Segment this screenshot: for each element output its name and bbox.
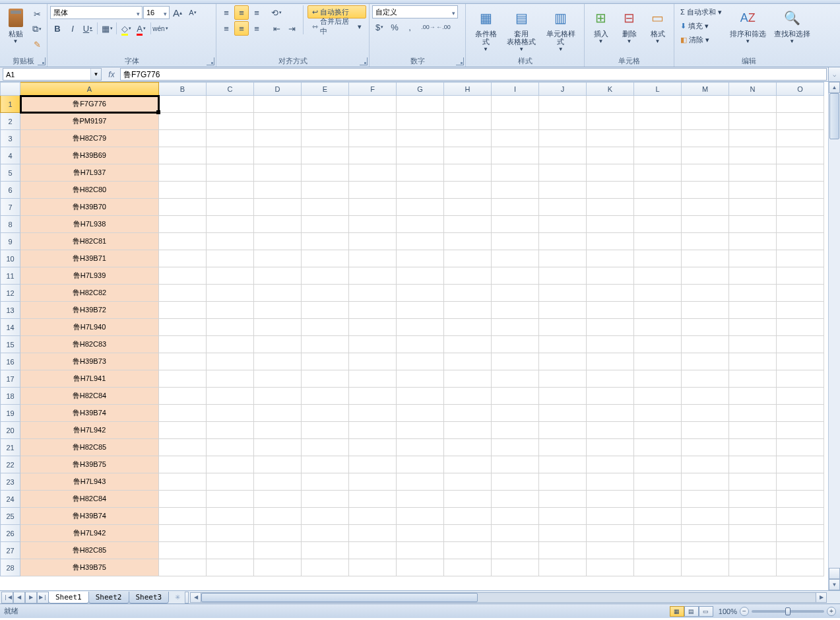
cell-M20[interactable] xyxy=(682,422,729,439)
cell-B13[interactable] xyxy=(159,302,207,319)
cell-H8[interactable] xyxy=(444,216,492,233)
cell-A16[interactable]: 鲁H39B73 xyxy=(20,353,159,370)
sheet-tab-sheet1[interactable]: Sheet1 xyxy=(48,592,89,603)
align-center-button[interactable]: ≡ xyxy=(234,21,249,36)
cell-K15[interactable] xyxy=(587,336,634,353)
cell-L23[interactable] xyxy=(634,473,682,491)
cell-D17[interactable] xyxy=(254,370,302,388)
cell-A5[interactable]: 鲁H7L937 xyxy=(20,164,159,182)
cell-K18[interactable] xyxy=(587,388,634,405)
cell-G16[interactable] xyxy=(397,353,444,370)
cell-L4[interactable] xyxy=(634,147,682,164)
cell-C28[interactable] xyxy=(207,559,254,576)
cell-O3[interactable] xyxy=(777,130,824,147)
cell-F28[interactable] xyxy=(349,559,397,576)
cell-I22[interactable] xyxy=(492,456,539,473)
row-header-27[interactable]: 27 xyxy=(1,542,20,559)
cell-A2[interactable]: 鲁PM9197 xyxy=(20,113,159,130)
row-header-14[interactable]: 14 xyxy=(1,319,20,336)
cell-B17[interactable] xyxy=(159,370,207,388)
cell-G3[interactable] xyxy=(397,130,444,147)
cell-L26[interactable] xyxy=(634,525,682,542)
sheet-tab-sheet3[interactable]: Sheet3 xyxy=(129,592,170,603)
cell-M28[interactable] xyxy=(682,559,729,576)
align-left-button[interactable]: ≡ xyxy=(219,21,234,36)
comma-button[interactable]: , xyxy=(403,20,417,34)
cell-B6[interactable] xyxy=(159,182,207,199)
cell-O21[interactable] xyxy=(777,439,824,456)
cell-H28[interactable] xyxy=(444,559,492,576)
cell-F8[interactable] xyxy=(349,216,397,233)
row-header-26[interactable]: 26 xyxy=(1,525,20,542)
cell-D27[interactable] xyxy=(254,542,302,559)
cell-N2[interactable] xyxy=(729,113,777,130)
cell-D3[interactable] xyxy=(254,130,302,147)
cell-E3[interactable] xyxy=(302,130,349,147)
column-header-C[interactable]: C xyxy=(207,83,254,96)
cell-C15[interactable] xyxy=(207,336,254,353)
cell-F10[interactable] xyxy=(349,250,397,267)
cell-D20[interactable] xyxy=(254,422,302,439)
clear-button[interactable]: ◧清除▾ xyxy=(677,33,725,46)
dialog-launcher-icon[interactable] xyxy=(360,57,368,65)
column-header-I[interactable]: I xyxy=(492,83,539,96)
cell-G4[interactable] xyxy=(397,147,444,164)
cell-D22[interactable] xyxy=(254,456,302,473)
cell-F3[interactable] xyxy=(349,130,397,147)
cell-M18[interactable] xyxy=(682,388,729,405)
page-layout-view-button[interactable]: ▤ xyxy=(684,606,699,617)
cell-H19[interactable] xyxy=(444,405,492,422)
cell-F12[interactable] xyxy=(349,285,397,302)
cell-E16[interactable] xyxy=(302,353,349,370)
cell-G17[interactable] xyxy=(397,370,444,388)
cell-A27[interactable]: 鲁H82C85 xyxy=(20,542,159,559)
cell-L15[interactable] xyxy=(634,336,682,353)
row-header-4[interactable]: 4 xyxy=(1,147,20,164)
cell-G9[interactable] xyxy=(397,233,444,250)
cell-C18[interactable] xyxy=(207,388,254,405)
cell-L7[interactable] xyxy=(634,199,682,216)
cell-G7[interactable] xyxy=(397,199,444,216)
cell-O13[interactable] xyxy=(777,302,824,319)
cell-M22[interactable] xyxy=(682,456,729,473)
cell-I18[interactable] xyxy=(492,388,539,405)
cell-L14[interactable] xyxy=(634,319,682,336)
row-header-1[interactable]: 1 xyxy=(1,96,20,113)
cell-K16[interactable] xyxy=(587,353,634,370)
row-header-25[interactable]: 25 xyxy=(1,508,20,525)
cell-J3[interactable] xyxy=(539,130,587,147)
cell-M13[interactable] xyxy=(682,302,729,319)
cell-C23[interactable] xyxy=(207,473,254,491)
cell-A6[interactable]: 鲁H82C80 xyxy=(20,182,159,199)
cell-D4[interactable] xyxy=(254,147,302,164)
cell-K23[interactable] xyxy=(587,473,634,491)
cell-J13[interactable] xyxy=(539,302,587,319)
cell-M1[interactable] xyxy=(682,96,729,113)
cell-N23[interactable] xyxy=(729,473,777,491)
cell-M6[interactable] xyxy=(682,182,729,199)
cell-O15[interactable] xyxy=(777,336,824,353)
scroll-right-button[interactable]: ▶ xyxy=(816,592,827,603)
cell-L1[interactable] xyxy=(634,96,682,113)
cell-N14[interactable] xyxy=(729,319,777,336)
cell-L19[interactable] xyxy=(634,405,682,422)
cell-K3[interactable] xyxy=(587,130,634,147)
cell-H9[interactable] xyxy=(444,233,492,250)
tab-prev-button[interactable]: ◀ xyxy=(13,592,25,603)
cell-G23[interactable] xyxy=(397,473,444,491)
cell-A8[interactable]: 鲁H7L938 xyxy=(20,216,159,233)
cell-L10[interactable] xyxy=(634,250,682,267)
cell-C6[interactable] xyxy=(207,182,254,199)
cell-G25[interactable] xyxy=(397,508,444,525)
cell-D1[interactable] xyxy=(254,96,302,113)
italic-button[interactable]: I xyxy=(65,21,80,36)
cell-A15[interactable]: 鲁H82C83 xyxy=(20,336,159,353)
cell-H25[interactable] xyxy=(444,508,492,525)
cell-K28[interactable] xyxy=(587,559,634,576)
cell-H20[interactable] xyxy=(444,422,492,439)
cell-J6[interactable] xyxy=(539,182,587,199)
cell-M25[interactable] xyxy=(682,508,729,525)
cell-D8[interactable] xyxy=(254,216,302,233)
cell-F19[interactable] xyxy=(349,405,397,422)
cell-D21[interactable] xyxy=(254,439,302,456)
